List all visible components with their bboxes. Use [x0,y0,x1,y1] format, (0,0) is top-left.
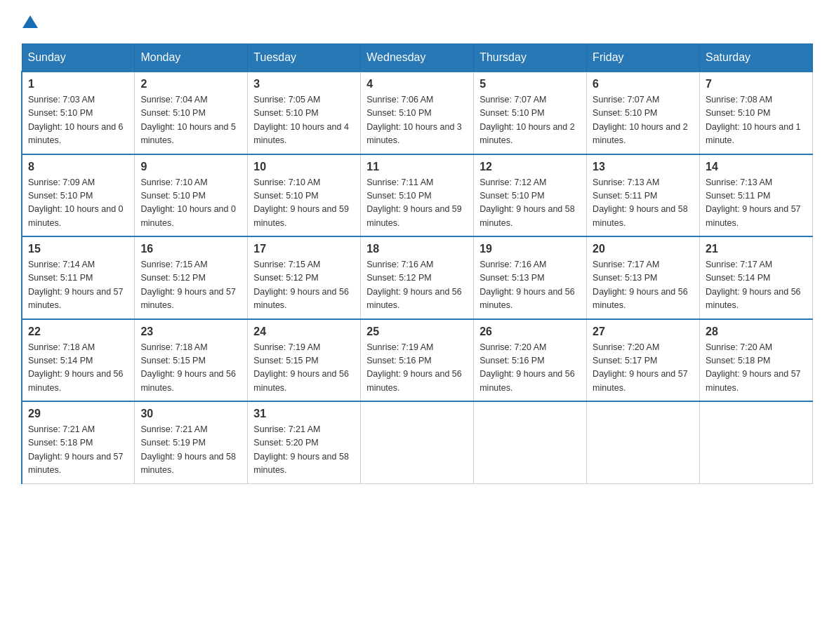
day-info: Sunrise: 7:18 AM Sunset: 5:14 PM Dayligh… [28,341,128,396]
day-number: 24 [253,326,355,338]
calendar-header: SundayMondayTuesdayWednesdayThursdayFrid… [22,44,813,72]
calendar-cell: 23 Sunrise: 7:18 AM Sunset: 5:15 PM Dayl… [135,319,248,402]
calendar-cell [361,401,474,483]
calendar-cell: 11 Sunrise: 7:11 AM Sunset: 5:10 PM Dayl… [361,154,474,237]
calendar-cell: 12 Sunrise: 7:12 AM Sunset: 5:10 PM Dayl… [474,154,587,237]
day-info: Sunrise: 7:13 AM Sunset: 5:11 PM Dayligh… [593,176,694,231]
day-number: 14 [706,161,807,173]
day-number: 6 [593,78,694,90]
day-info: Sunrise: 7:10 AM Sunset: 5:10 PM Dayligh… [253,176,355,231]
header-saturday: Saturday [700,44,813,72]
day-info: Sunrise: 7:13 AM Sunset: 5:11 PM Dayligh… [706,176,807,231]
week-row-5: 29 Sunrise: 7:21 AM Sunset: 5:18 PM Dayl… [22,401,813,483]
day-number: 25 [366,326,468,338]
calendar-cell: 13 Sunrise: 7:13 AM Sunset: 5:11 PM Dayl… [587,154,700,237]
day-number: 10 [253,161,355,173]
day-number: 20 [593,243,694,255]
day-info: Sunrise: 7:14 AM Sunset: 5:11 PM Dayligh… [28,258,128,313]
calendar-cell: 28 Sunrise: 7:20 AM Sunset: 5:18 PM Dayl… [700,319,813,402]
day-number: 18 [366,243,468,255]
day-info: Sunrise: 7:16 AM Sunset: 5:13 PM Dayligh… [479,258,581,313]
day-info: Sunrise: 7:15 AM Sunset: 5:12 PM Dayligh… [140,258,241,313]
header-thursday: Thursday [474,44,587,72]
day-number: 13 [593,161,694,173]
day-info: Sunrise: 7:05 AM Sunset: 5:10 PM Dayligh… [253,93,355,148]
day-number: 16 [140,243,241,255]
calendar-cell: 1 Sunrise: 7:03 AM Sunset: 5:10 PM Dayli… [22,72,135,154]
calendar-cell: 19 Sunrise: 7:16 AM Sunset: 5:13 PM Dayl… [474,236,587,319]
day-info: Sunrise: 7:03 AM Sunset: 5:10 PM Dayligh… [28,93,128,148]
calendar-cell: 24 Sunrise: 7:19 AM Sunset: 5:15 PM Dayl… [248,319,361,402]
day-number: 17 [253,243,355,255]
calendar-cell: 30 Sunrise: 7:21 AM Sunset: 5:19 PM Dayl… [135,401,248,483]
header-tuesday: Tuesday [248,44,361,72]
day-number: 26 [479,326,581,338]
day-info: Sunrise: 7:15 AM Sunset: 5:12 PM Dayligh… [253,258,355,313]
day-number: 8 [28,161,128,173]
calendar-cell: 17 Sunrise: 7:15 AM Sunset: 5:12 PM Dayl… [248,236,361,319]
day-number: 31 [253,408,355,420]
day-number: 1 [28,78,128,90]
day-number: 19 [479,243,581,255]
day-info: Sunrise: 7:06 AM Sunset: 5:10 PM Dayligh… [366,93,468,148]
calendar-cell: 2 Sunrise: 7:04 AM Sunset: 5:10 PM Dayli… [135,72,248,154]
logo [21,14,38,29]
day-number: 22 [28,326,128,338]
calendar-cell: 18 Sunrise: 7:16 AM Sunset: 5:12 PM Dayl… [361,236,474,319]
day-info: Sunrise: 7:17 AM Sunset: 5:13 PM Dayligh… [593,258,694,313]
week-row-1: 1 Sunrise: 7:03 AM Sunset: 5:10 PM Dayli… [22,72,813,154]
week-row-4: 22 Sunrise: 7:18 AM Sunset: 5:14 PM Dayl… [22,319,813,402]
day-info: Sunrise: 7:19 AM Sunset: 5:15 PM Dayligh… [253,341,355,396]
day-number: 30 [140,408,241,420]
day-info: Sunrise: 7:07 AM Sunset: 5:10 PM Dayligh… [479,93,581,148]
calendar-cell: 8 Sunrise: 7:09 AM Sunset: 5:10 PM Dayli… [22,154,135,237]
day-number: 4 [366,78,468,90]
day-info: Sunrise: 7:19 AM Sunset: 5:16 PM Dayligh… [366,341,468,396]
calendar-cell: 7 Sunrise: 7:08 AM Sunset: 5:10 PM Dayli… [700,72,813,154]
week-row-3: 15 Sunrise: 7:14 AM Sunset: 5:11 PM Dayl… [22,236,813,319]
logo-triangle-icon [22,14,38,29]
calendar-cell: 16 Sunrise: 7:15 AM Sunset: 5:12 PM Dayl… [135,236,248,319]
day-number: 23 [140,326,241,338]
calendar-cell: 14 Sunrise: 7:13 AM Sunset: 5:11 PM Dayl… [700,154,813,237]
calendar-cell: 3 Sunrise: 7:05 AM Sunset: 5:10 PM Dayli… [248,72,361,154]
day-info: Sunrise: 7:21 AM Sunset: 5:19 PM Dayligh… [140,423,241,478]
calendar-cell: 9 Sunrise: 7:10 AM Sunset: 5:10 PM Dayli… [135,154,248,237]
calendar-cell: 10 Sunrise: 7:10 AM Sunset: 5:10 PM Dayl… [248,154,361,237]
header-wednesday: Wednesday [361,44,474,72]
calendar-cell: 5 Sunrise: 7:07 AM Sunset: 5:10 PM Dayli… [474,72,587,154]
day-info: Sunrise: 7:21 AM Sunset: 5:20 PM Dayligh… [253,423,355,478]
week-row-2: 8 Sunrise: 7:09 AM Sunset: 5:10 PM Dayli… [22,154,813,237]
day-number: 12 [479,161,581,173]
day-info: Sunrise: 7:20 AM Sunset: 5:16 PM Dayligh… [479,341,581,396]
calendar-cell: 4 Sunrise: 7:06 AM Sunset: 5:10 PM Dayli… [361,72,474,154]
calendar-cell: 20 Sunrise: 7:17 AM Sunset: 5:13 PM Dayl… [587,236,700,319]
calendar-cell [474,401,587,483]
day-number: 29 [28,408,128,420]
day-info: Sunrise: 7:09 AM Sunset: 5:10 PM Dayligh… [28,176,128,231]
day-number: 27 [593,326,694,338]
calendar-cell: 6 Sunrise: 7:07 AM Sunset: 5:10 PM Dayli… [587,72,700,154]
header-row: SundayMondayTuesdayWednesdayThursdayFrid… [22,44,813,72]
day-info: Sunrise: 7:12 AM Sunset: 5:10 PM Dayligh… [479,176,581,231]
calendar-cell [700,401,813,483]
day-info: Sunrise: 7:17 AM Sunset: 5:14 PM Dayligh… [706,258,807,313]
day-number: 11 [366,161,468,173]
day-info: Sunrise: 7:10 AM Sunset: 5:10 PM Dayligh… [140,176,241,231]
day-number: 5 [479,78,581,90]
day-number: 15 [28,243,128,255]
day-info: Sunrise: 7:20 AM Sunset: 5:18 PM Dayligh… [706,341,807,396]
day-info: Sunrise: 7:11 AM Sunset: 5:10 PM Dayligh… [366,176,468,231]
calendar-cell: 31 Sunrise: 7:21 AM Sunset: 5:20 PM Dayl… [248,401,361,483]
day-number: 7 [706,78,807,90]
calendar-cell: 27 Sunrise: 7:20 AM Sunset: 5:17 PM Dayl… [587,319,700,402]
day-info: Sunrise: 7:07 AM Sunset: 5:10 PM Dayligh… [593,93,694,148]
day-info: Sunrise: 7:08 AM Sunset: 5:10 PM Dayligh… [706,93,807,148]
day-info: Sunrise: 7:21 AM Sunset: 5:18 PM Dayligh… [28,423,128,478]
page-header [21,14,813,29]
day-number: 2 [140,78,241,90]
header-monday: Monday [135,44,248,72]
calendar-cell [587,401,700,483]
day-info: Sunrise: 7:16 AM Sunset: 5:12 PM Dayligh… [366,258,468,313]
calendar-cell: 29 Sunrise: 7:21 AM Sunset: 5:18 PM Dayl… [22,401,135,483]
